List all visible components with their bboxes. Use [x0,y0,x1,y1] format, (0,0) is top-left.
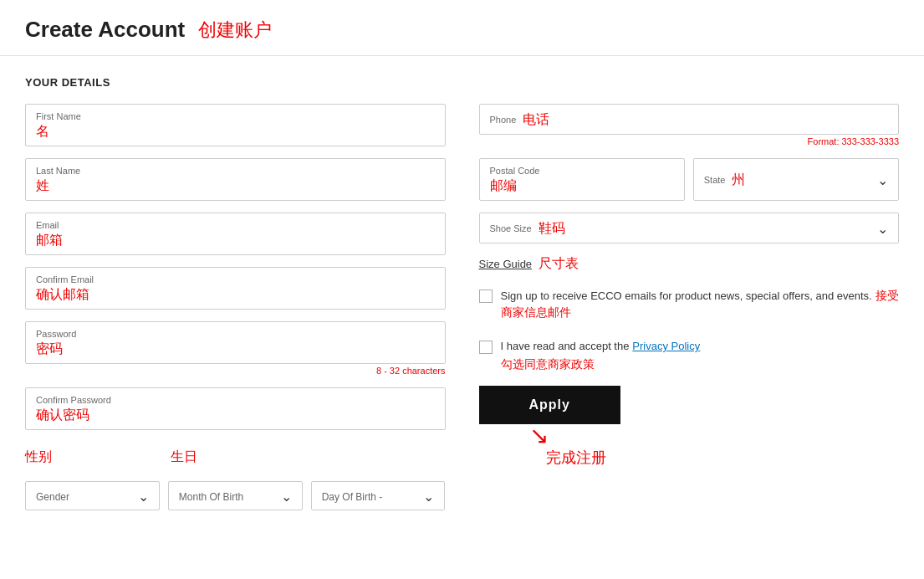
shoe-inner: Shoe Size 鞋码 [490,220,565,238]
page-title-cn: 创建账户 [198,18,272,43]
first-name-field[interactable]: First Name 名 [25,104,446,146]
apply-btn-wrapper: Apply ↘ 完成注册 [479,386,620,468]
confirm-password-label: Confirm Password [36,395,435,405]
postal-cn: 邮编 [490,178,517,192]
privacy-checkbox-section: I have read and accept the Privacy Polic… [479,336,900,372]
first-name-label: First Name [36,111,435,121]
email-signup-checkbox[interactable] [479,290,493,303]
phone-field[interactable]: Phone 电话 [479,104,900,135]
confirm-password-field[interactable]: Confirm Password 确认密码 [25,387,446,430]
email-signup-text-wrapper: Sign up to receive ECCO emails for produ… [501,288,900,320]
birth-cn-label: 生日 [171,449,197,464]
month-dropdown[interactable]: Month Of Birth ⌄ [168,481,303,510]
password-hint: 8 - 32 characters [25,366,446,376]
email-cn: 邮箱 [36,233,63,247]
gender-dropdown-label: Gender [36,491,69,503]
arrow-annotation: ↘ 完成注册 [479,424,620,468]
two-column-layout: First Name 名 Last Name 姓 Email 邮箱 Confir… [25,104,899,510]
last-name-cn: 姓 [36,178,49,192]
shoe-size-dropdown[interactable]: Shoe Size 鞋码 ⌄ [479,213,900,243]
gender-dropdown[interactable]: Gender ⌄ [25,481,160,510]
apply-button[interactable]: Apply [479,386,620,424]
password-cn: 密码 [36,341,63,356]
shoe-chevron-icon: ⌄ [877,221,888,237]
privacy-checkbox[interactable] [479,341,493,354]
privacy-text-wrapper: I have read and accept the Privacy Polic… [501,339,701,354]
gender-chevron-icon: ⌄ [138,489,149,505]
confirm-password-cn: 确认密码 [36,407,89,422]
password-field[interactable]: Password 密码 [25,321,446,364]
section-label: YOUR DETAILS [25,76,899,89]
state-inner: State 州 [704,172,746,189]
phone-format: Format: 333-333-3333 [479,136,900,146]
day-dropdown-label: Day Of Birth - [322,491,383,503]
state-dropdown[interactable]: State 州 ⌄ [693,158,899,201]
confirm-email-label: Confirm Email [36,274,435,284]
first-name-cn: 名 [36,124,49,138]
gender-birth-labels: 性别 生日 [25,448,446,466]
month-dropdown-label: Month Of Birth [179,491,243,503]
size-guide-cn: 尺寸表 [539,255,579,273]
email-signup-text: Sign up to receive ECCO emails for produ… [501,290,872,302]
confirm-email-field[interactable]: Confirm Email 确认邮箱 [25,267,446,310]
month-chevron-icon: ⌄ [281,489,292,505]
shoe-label: Shoe Size [490,223,532,233]
last-name-field[interactable]: Last Name 姓 [25,158,446,201]
postal-code-field[interactable]: Postal Code 邮编 [479,158,685,201]
phone-label: Phone [490,115,517,125]
privacy-policy-link[interactable]: Privacy Policy [632,340,700,352]
state-label: State [704,175,726,185]
confirm-email-cn: 确认邮箱 [36,287,89,301]
shoe-cn: 鞋码 [539,220,565,238]
state-cn: 州 [732,172,745,189]
last-name-label: Last Name [36,166,435,176]
day-chevron-icon: ⌄ [423,489,434,505]
gender-label-wrapper: 性别 [25,448,162,466]
right-column: Phone 电话 Format: 333-333-3333 Postal Cod… [479,104,900,510]
size-guide-row: Size Guide 尺寸表 [479,255,900,273]
complete-cn: 完成注册 [546,448,606,468]
postal-label: Postal Code [490,166,674,176]
form-container: YOUR DETAILS First Name 名 Last Name 姓 Em… [0,56,924,530]
email-signup-checkbox-row: Sign up to receive ECCO emails for produ… [479,284,900,324]
password-label: Password [36,329,435,339]
page-header: Create Account 创建账户 [0,0,924,56]
left-column: First Name 名 Last Name 姓 Email 邮箱 Confir… [25,104,446,510]
email-field[interactable]: Email 邮箱 [25,213,446,255]
red-arrow-icon: ↘ [529,424,549,448]
page-title-en: Create Account [25,17,185,43]
phone-cn: 电话 [523,111,549,129]
state-chevron-icon: ⌄ [877,172,888,188]
day-dropdown[interactable]: Day Of Birth - ⌄ [311,481,446,510]
size-guide-link[interactable]: Size Guide [479,258,533,270]
birth-label-wrapper: 生日 [171,448,445,466]
email-label: Email [36,220,435,230]
bottom-dropdowns: Gender ⌄ Month Of Birth ⌄ Day Of Birth -… [25,481,446,510]
privacy-cn: 勾选同意商家政策 [501,357,900,372]
apply-complete-row: Apply ↘ 完成注册 [479,386,900,468]
privacy-pre-text: I have read and accept the [501,340,630,352]
privacy-checkbox-row: I have read and accept the Privacy Polic… [479,336,900,357]
gender-cn-label: 性别 [25,449,52,464]
postal-state-row: Postal Code 邮编 State 州 ⌄ [479,158,900,201]
